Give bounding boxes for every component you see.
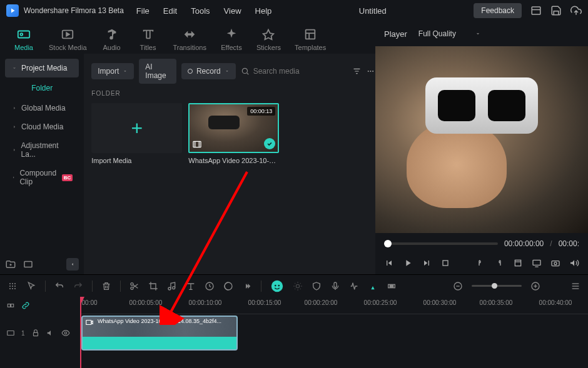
menu-edit[interactable]: Edit [163,6,177,16]
ai-assistant-icon[interactable] [270,279,284,293]
feedback-button[interactable]: Feedback [474,3,522,18]
text-icon[interactable] [186,281,196,291]
tab-stock-media[interactable]: Stock Media [43,24,93,55]
keyframe-icon[interactable] [387,281,397,291]
quality-select[interactable]: Full Quality [418,29,481,38]
more-icon[interactable] [366,66,375,77]
new-bin-icon[interactable] [23,259,34,270]
collapse-sidebar-button[interactable] [66,258,79,271]
mark-in-icon[interactable] [475,258,485,268]
video-track-icon[interactable] [6,329,15,337]
undo-icon[interactable] [54,281,64,291]
time-ruler[interactable]: 00:00 00:00:05:00 00:00:10:00 00:00:15:0… [80,297,588,314]
beat-icon[interactable] [349,281,359,291]
tab-effects[interactable]: Effects [214,24,249,55]
svg-rect-58 [572,288,579,289]
import-button[interactable]: Import [91,63,134,79]
new-folder-icon[interactable] [5,259,16,270]
sidebar-item-global-media[interactable]: Global Media [5,99,79,117]
sidebar-item-compound-clip[interactable]: Compound Clip BC [5,164,79,191]
svg-rect-0 [532,7,540,14]
cloud-upload-icon[interactable] [570,5,582,16]
crop-icon[interactable] [513,258,523,268]
audio-edit-icon[interactable] [167,281,177,291]
menu-tools[interactable]: Tools [191,6,210,16]
visibility-icon[interactable] [61,329,70,337]
timeline-clip[interactable]: WhatsApp Video 2023-10-05 at 14.08.35_4b… [81,316,238,351]
link-icon[interactable] [21,301,30,310]
zoom-out-icon[interactable] [453,281,463,291]
filter-icon[interactable] [352,66,362,77]
chevron-right-icon [11,105,18,111]
menu-file[interactable]: File [136,6,150,16]
document-title: Untitled [271,6,474,16]
player-scrubber[interactable] [384,242,498,245]
split-icon[interactable] [129,281,139,291]
play-icon[interactable] [403,258,413,268]
app-name: Wondershare Filmora 13 Beta [24,6,124,15]
next-frame-icon[interactable] [422,258,432,268]
sidebar-item-folder[interactable]: Folder [5,77,79,99]
speed-icon[interactable] [205,281,215,291]
redo-icon[interactable] [73,281,83,291]
svg-point-40 [168,287,171,290]
cursor-icon[interactable] [26,281,36,291]
import-media-tile[interactable]: + Import Media [91,103,182,164]
more-tools-icon[interactable] [242,281,252,291]
tab-media[interactable]: Media [6,24,41,55]
folder-heading: FOLDER [91,90,375,97]
auto-ripple-icon[interactable] [6,301,15,310]
tab-templates[interactable]: Templates [288,24,332,55]
tab-titles[interactable]: Titles [131,24,166,55]
prev-frame-icon[interactable] [384,258,394,268]
volume-icon[interactable] [569,258,579,268]
search-input[interactable] [253,67,347,76]
lock-icon[interactable] [31,329,40,337]
sidebar-item-adjustment-layer[interactable]: Adjustment La... [5,136,79,164]
ai-image-button[interactable]: AI Image [139,59,176,84]
brightness-icon[interactable] [293,281,303,291]
filmstrip-icon [192,139,202,149]
record-button[interactable]: Record [181,63,236,79]
svg-rect-23 [533,260,540,265]
svg-marker-5 [66,32,69,36]
zoom-slider[interactable] [472,285,522,287]
delete-icon[interactable] [101,281,111,291]
svg-point-29 [14,283,16,284]
timeline-tracks[interactable]: 00:00 00:00:05:00 00:00:10:00 00:00:15:0… [80,297,588,368]
stock-media-icon [61,27,74,41]
beta-badge: BC [62,174,73,181]
marker-icon[interactable] [368,281,378,291]
display-icon[interactable] [532,258,542,268]
shield-icon[interactable] [312,281,322,291]
tab-transitions[interactable]: Transitions [167,24,213,55]
menu-help[interactable]: Help [255,6,272,16]
zoom-in-icon[interactable] [530,281,540,291]
playhead[interactable] [80,297,81,368]
grid-icon[interactable] [8,281,18,291]
tab-stickers[interactable]: Stickers [250,24,287,55]
track-row[interactable]: WhatsApp Video 2023-10-05 at 14.08.35_4b… [80,314,588,352]
save-icon[interactable] [550,5,562,16]
list-view-icon[interactable] [570,281,580,291]
media-tile-video[interactable]: 00:00:13 WhatsApp Video 2023-10-05... [188,103,279,164]
mic-icon[interactable] [330,281,340,291]
snapshot-icon[interactable] [550,258,560,268]
media-panel: Media Stock Media Audio Titles Transitio… [0,21,375,274]
stop-icon[interactable] [440,258,450,268]
color-icon[interactable] [223,281,233,291]
chevron-right-icon [11,174,16,181]
sidebar-item-cloud-media[interactable]: Cloud Media [5,117,79,136]
chevron-down-icon [225,69,230,74]
svg-point-45 [275,284,276,286]
mark-out-icon[interactable] [494,258,504,268]
preview-viewport[interactable] [375,46,588,233]
crop-timeline-icon[interactable] [148,281,158,291]
layout-icon[interactable] [530,5,542,16]
scrub-handle[interactable] [384,240,392,247]
svg-point-12 [242,68,247,73]
sidebar-item-project-media[interactable]: Project Media [5,59,79,77]
tab-audio[interactable]: Audio [94,24,129,55]
menu-view[interactable]: View [224,6,241,16]
mute-icon[interactable] [46,329,55,337]
